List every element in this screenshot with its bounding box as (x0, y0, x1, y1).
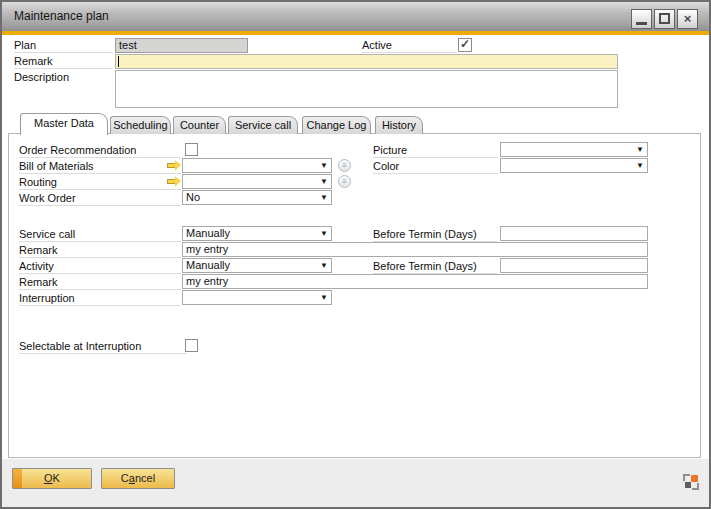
master-data-panel: Order Recommendation Picture ▼ Bill of M… (8, 133, 701, 458)
tab-service-call[interactable]: Service call (228, 116, 298, 134)
description-field[interactable] (115, 70, 618, 108)
activity-remark-field[interactable]: my entry (182, 274, 648, 289)
bill-of-materials-label: Bill of Materials (19, 158, 181, 174)
ok-label: O (44, 472, 53, 484)
tab-label: Scheduling (113, 119, 167, 131)
bill-of-materials-dropdown[interactable]: ▼ (182, 158, 332, 173)
tab-scheduling[interactable]: Scheduling (110, 116, 171, 134)
work-order-label: Work Order (19, 190, 181, 206)
activity-remark-label: Remark (19, 274, 181, 290)
color-label: Color (373, 158, 498, 174)
activity-before-termin-field[interactable] (500, 258, 648, 273)
activity-value: Manually (186, 259, 230, 271)
ok-label: K (53, 472, 60, 484)
chevron-down-icon: ▼ (320, 161, 328, 171)
service-call-label: Service call (19, 226, 181, 242)
description-label: Description (14, 69, 113, 85)
tab-label: History (382, 119, 416, 131)
service-before-termin-field[interactable] (500, 226, 648, 241)
cancel-label: C (121, 472, 129, 484)
picture-label: Picture (373, 142, 498, 158)
plan-label: Plan (14, 37, 113, 53)
activity-dropdown[interactable]: Manually ▼ (182, 258, 332, 273)
active-label: Active (362, 37, 457, 53)
selectable-at-interruption-checkbox[interactable] (185, 339, 198, 352)
selectable-at-interruption-label: Selectable at Interruption (19, 338, 187, 354)
resize-handle-icon[interactable] (683, 474, 699, 490)
accent-bar (2, 31, 709, 35)
service-call-value: Manually (186, 227, 230, 239)
chevron-down-icon: ▼ (320, 293, 328, 303)
activity-remark-value: my entry (186, 275, 228, 287)
text-caret (118, 56, 119, 67)
chevron-down-icon: ▼ (320, 229, 328, 239)
interruption-dropdown[interactable]: ▼ (182, 290, 332, 305)
routing-label: Routing (19, 174, 181, 190)
plan-field[interactable]: test (115, 38, 248, 53)
active-checkbox[interactable]: ✓ (458, 38, 472, 52)
maintenance-plan-window: Maintenance plan × Plan test Active ✓ Re… (0, 0, 711, 509)
default-button-stripe (13, 469, 22, 488)
link-arrow-icon[interactable] (167, 176, 181, 187)
tab-counter[interactable]: Counter (173, 116, 226, 134)
service-call-dropdown[interactable]: Manually ▼ (182, 226, 332, 241)
tab-master-data[interactable]: Master Data (20, 113, 108, 135)
cancel-button[interactable]: Cancel (101, 468, 175, 489)
service-remark-field[interactable]: my entry (182, 242, 648, 257)
title-bar: Maintenance plan × (2, 2, 709, 31)
activity-label: Activity (19, 258, 181, 274)
footer-bar: OK Cancel (2, 459, 709, 507)
tab-label: Master Data (34, 117, 94, 129)
chevron-down-icon: ▼ (636, 161, 644, 171)
activity-before-termin-label: Before Termin (Days) (373, 258, 498, 274)
link-arrow-icon[interactable] (167, 160, 181, 171)
cancel-label: ncel (135, 472, 155, 484)
chevron-down-icon: ▼ (320, 193, 328, 203)
ok-button[interactable]: OK (12, 468, 92, 489)
chevron-down-icon: ▼ (320, 177, 328, 187)
minimize-button[interactable] (631, 9, 652, 29)
routing-dropdown[interactable]: ▼ (182, 174, 332, 189)
service-before-termin-label: Before Termin (Days) (373, 226, 498, 242)
service-remark-value: my entry (186, 243, 228, 255)
order-recommendation-checkbox[interactable] (185, 143, 198, 156)
minimize-icon (636, 22, 647, 25)
work-order-dropdown[interactable]: No ▼ (182, 190, 332, 205)
picture-dropdown[interactable]: ▼ (500, 142, 648, 157)
remark-field[interactable] (115, 54, 618, 69)
order-recommendation-label: Order Recommendation (19, 142, 181, 158)
check-icon: ✓ (459, 39, 471, 49)
service-remark-label: Remark (19, 242, 181, 258)
tab-history[interactable]: History (375, 116, 423, 134)
plan-value: test (119, 39, 137, 51)
tab-label: Service call (235, 119, 291, 131)
maximize-icon (659, 13, 670, 24)
close-button[interactable]: × (677, 9, 698, 29)
tab-change-log[interactable]: Change Log (302, 116, 371, 134)
choose-from-list-icon[interactable]: ≡ (338, 175, 351, 188)
window-title: Maintenance plan (14, 2, 109, 31)
chevron-down-icon: ▼ (320, 261, 328, 271)
remark-label: Remark (14, 53, 113, 69)
work-order-value: No (186, 191, 200, 203)
choose-from-list-icon[interactable]: ≡ (338, 159, 351, 172)
tab-label: Counter (180, 119, 219, 131)
maximize-button[interactable] (654, 9, 675, 29)
color-dropdown[interactable]: ▼ (500, 158, 648, 173)
interruption-label: Interruption (19, 290, 181, 306)
tab-label: Change Log (307, 119, 367, 131)
close-icon: × (678, 10, 697, 27)
chevron-down-icon: ▼ (636, 145, 644, 155)
